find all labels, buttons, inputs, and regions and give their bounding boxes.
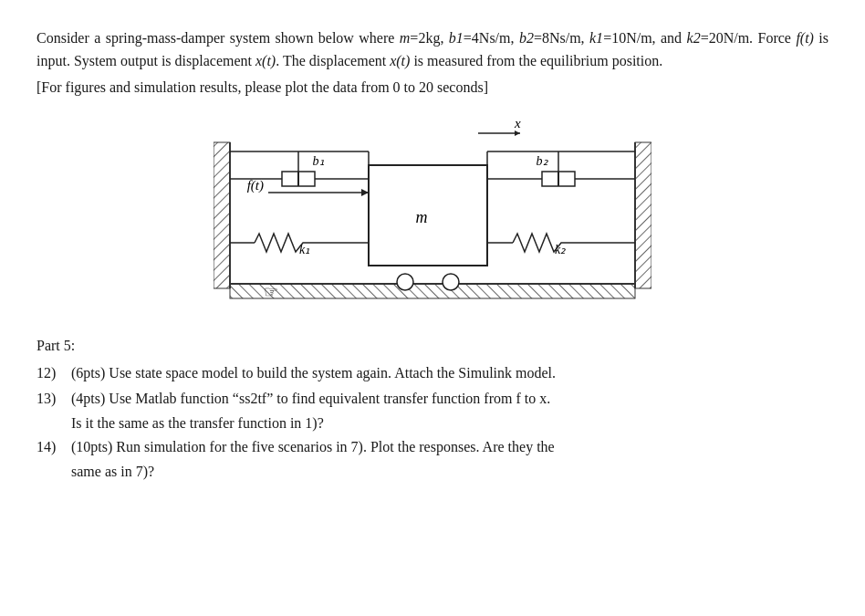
ft-label: f(t) [247, 178, 264, 193]
part-section: Part 5: 12) (6pts) Use state space model… [36, 334, 829, 484]
list-item: 13) (4pts) Use Matlab function “ss2tf” t… [36, 387, 829, 411]
svg-point-27 [443, 274, 459, 290]
item-content-14: (10pts) Run simulation for the five scen… [71, 435, 829, 459]
diagram-container: x m f(t) b₁ [36, 115, 829, 307]
item-sub-14: same as in 7)? [36, 460, 829, 484]
problem-statement: Consider a spring-mass-damper system sho… [36, 27, 829, 99]
item-content-12: (6pts) Use state space model to build th… [71, 361, 829, 385]
item-number-14: 14) [36, 435, 71, 459]
svg-point-26 [397, 274, 413, 290]
part-title: Part 5: [36, 334, 829, 358]
svg-rect-11 [369, 165, 487, 266]
svg-marker-13 [361, 189, 369, 196]
svg-rect-7 [635, 142, 651, 288]
list-item: 14) (10pts) Run simulation for the five … [36, 435, 829, 459]
svg-rect-5 [214, 142, 230, 288]
spring-mass-damper-diagram: x m f(t) b₁ [214, 115, 651, 307]
b1-label: b₁ [313, 154, 325, 168]
item-sub-13: Is it the same as the transfer function … [36, 412, 829, 435]
cursor-icon: ☞ [264, 283, 278, 301]
x-label: x [514, 116, 521, 131]
svg-rect-9 [230, 284, 635, 298]
b2-label: b₂ [537, 154, 548, 168]
m-label: m [416, 208, 428, 226]
svg-marker-4 [515, 131, 520, 136]
list-item: 12) (6pts) Use state space model to buil… [36, 361, 829, 385]
item-number-13: 13) [36, 387, 71, 411]
diagram-svg: x m f(t) b₁ [214, 115, 651, 307]
item-number-12: 12) [36, 361, 71, 385]
item-content-13: (4pts) Use Matlab function “ss2tf” to fi… [71, 387, 829, 411]
